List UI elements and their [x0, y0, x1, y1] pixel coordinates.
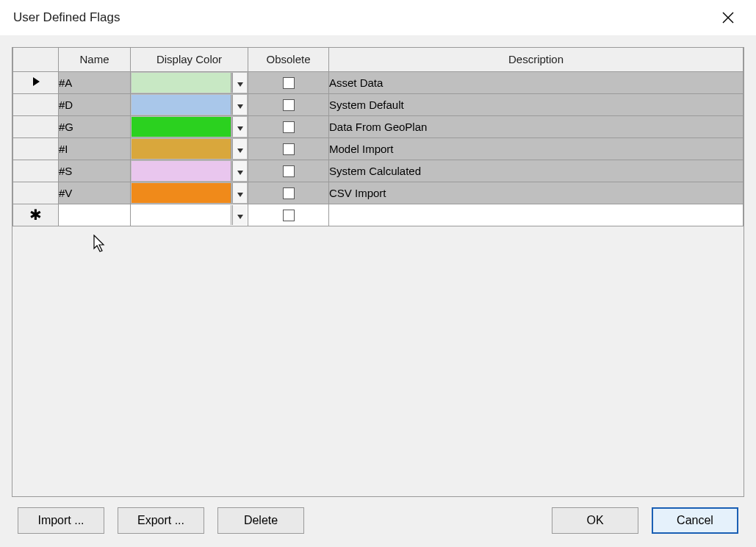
color-swatch: [132, 183, 231, 203]
svg-marker-4: [237, 104, 243, 109]
cancel-button[interactable]: Cancel: [652, 507, 738, 534]
export-button[interactable]: Export ...: [118, 507, 204, 534]
obsolete-checkbox[interactable]: [283, 99, 295, 111]
color-swatch: [132, 161, 231, 181]
row-selector[interactable]: [13, 182, 59, 204]
obsolete-checkbox[interactable]: [283, 77, 295, 89]
row-selector[interactable]: [13, 115, 59, 137]
color-dropdown-button[interactable]: [232, 161, 247, 181]
table-row[interactable]: #SSystem Calculated: [13, 160, 744, 182]
new-row[interactable]: ✱: [13, 204, 744, 226]
color-dropdown-button[interactable]: [232, 183, 247, 203]
color-swatch: [132, 73, 231, 93]
button-bar: Import ... Export ... Delete OK Cancel: [12, 497, 744, 541]
color-dropdown-button[interactable]: [232, 205, 247, 225]
flags-table: Name Display Color Obsolete Description …: [12, 48, 744, 226]
cell-name[interactable]: #D: [59, 93, 131, 115]
obsolete-checkbox[interactable]: [283, 210, 295, 221]
cell-obsolete[interactable]: [248, 160, 329, 182]
cell-obsolete[interactable]: [248, 93, 329, 115]
obsolete-checkbox[interactable]: [283, 143, 295, 155]
cell-name[interactable]: #G: [59, 115, 131, 137]
close-icon: [722, 12, 734, 24]
chevron-down-icon: [237, 121, 243, 133]
cell-obsolete[interactable]: [248, 137, 329, 160]
delete-button[interactable]: Delete: [217, 507, 304, 534]
cell-name[interactable]: #V: [59, 182, 131, 204]
cell-display-color[interactable]: [131, 93, 248, 115]
cell-description[interactable]: Asset Data: [329, 71, 744, 93]
chevron-down-icon: [237, 76, 243, 89]
cell-display-color[interactable]: [131, 71, 248, 93]
header-display-color[interactable]: Display Color: [131, 48, 248, 71]
svg-marker-9: [237, 215, 243, 219]
cell-display-color[interactable]: [131, 137, 248, 160]
table-row[interactable]: #IModel Import: [13, 137, 744, 160]
grid-container: Name Display Color Obsolete Description …: [12, 47, 744, 497]
cell-description[interactable]: Data From GeoPlan: [329, 115, 744, 137]
chevron-down-icon: [237, 165, 243, 177]
chevron-down-icon: [237, 99, 243, 111]
row-selector[interactable]: [13, 71, 59, 93]
chevron-down-icon: [237, 143, 243, 155]
cell-obsolete[interactable]: [248, 182, 329, 204]
cell-display-color[interactable]: [131, 182, 248, 204]
svg-marker-8: [237, 193, 243, 197]
header-name[interactable]: Name: [59, 48, 131, 71]
cell-name[interactable]: #I: [59, 137, 131, 160]
cell-obsolete[interactable]: [248, 71, 329, 93]
dialog-window: User Defined Flags Name Display Color Ob: [0, 0, 756, 547]
cell-obsolete[interactable]: [248, 204, 329, 226]
table-row[interactable]: #GData From GeoPlan: [13, 115, 744, 137]
obsolete-checkbox[interactable]: [283, 121, 295, 133]
titlebar: User Defined Flags: [0, 0, 756, 35]
close-button[interactable]: [713, 3, 743, 32]
color-swatch: [132, 95, 231, 115]
color-swatch: [132, 139, 231, 159]
color-swatch: [132, 117, 231, 137]
chevron-down-icon: [237, 209, 243, 221]
color-dropdown-button[interactable]: [232, 117, 247, 137]
cell-name[interactable]: [59, 204, 131, 226]
row-selector[interactable]: ✱: [13, 204, 59, 226]
cell-display-color[interactable]: [131, 160, 248, 182]
obsolete-checkbox[interactable]: [283, 165, 295, 177]
header-rowselector: [13, 48, 59, 71]
cell-description[interactable]: System Default: [329, 93, 744, 115]
header-obsolete[interactable]: Obsolete: [248, 48, 329, 71]
table-row[interactable]: #DSystem Default: [13, 93, 744, 115]
ok-button[interactable]: OK: [552, 507, 638, 534]
svg-marker-5: [237, 126, 243, 131]
new-row-icon: ✱: [29, 207, 42, 223]
cell-name[interactable]: #S: [59, 160, 131, 182]
svg-marker-6: [237, 149, 243, 153]
row-selector[interactable]: [13, 137, 59, 160]
cell-description[interactable]: System Calculated: [329, 160, 744, 182]
row-selector[interactable]: [13, 160, 59, 182]
color-swatch: [132, 205, 231, 225]
cell-description[interactable]: [329, 204, 744, 226]
import-button[interactable]: Import ...: [18, 507, 104, 534]
table-row[interactable]: #AAsset Data: [13, 71, 744, 93]
chevron-down-icon: [237, 187, 243, 199]
header-row: Name Display Color Obsolete Description: [13, 48, 744, 71]
table-row[interactable]: #VCSV Import: [13, 182, 744, 204]
color-dropdown-button[interactable]: [232, 139, 247, 159]
cell-obsolete[interactable]: [248, 115, 329, 137]
svg-marker-2: [33, 77, 40, 86]
cell-display-color[interactable]: [131, 115, 248, 137]
svg-marker-3: [237, 82, 243, 87]
cell-description[interactable]: CSV Import: [329, 182, 744, 204]
window-title: User Defined Flags: [13, 10, 713, 25]
current-row-icon: [32, 76, 40, 89]
svg-marker-7: [237, 171, 243, 175]
client-area: Name Display Color Obsolete Description …: [0, 35, 756, 547]
color-dropdown-button[interactable]: [232, 95, 247, 115]
cell-name[interactable]: #A: [59, 71, 131, 93]
cell-display-color[interactable]: [131, 204, 248, 226]
obsolete-checkbox[interactable]: [283, 187, 295, 199]
color-dropdown-button[interactable]: [232, 73, 247, 93]
header-description[interactable]: Description: [329, 48, 744, 71]
cell-description[interactable]: Model Import: [329, 137, 744, 160]
row-selector[interactable]: [13, 93, 59, 115]
